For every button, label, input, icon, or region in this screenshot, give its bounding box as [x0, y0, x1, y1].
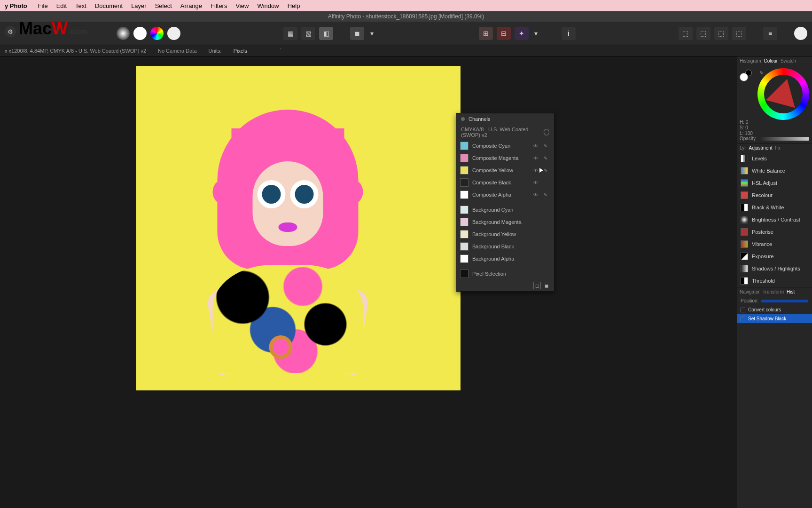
persona-liquify-icon[interactable] — [133, 27, 147, 40]
snapping-dropdown-icon[interactable]: ▾ — [532, 27, 540, 40]
menu-select[interactable]: Select — [155, 2, 172, 9]
adjustment-item[interactable]: Vibrance — [737, 238, 812, 250]
tab-transform[interactable]: Transform — [763, 289, 784, 294]
info-icon[interactable]: i — [562, 27, 576, 40]
adjustment-item[interactable]: HSL Adjust — [737, 177, 812, 189]
adjustment-item[interactable]: Levels — [737, 152, 812, 165]
invert-button[interactable]: ◼ — [543, 282, 550, 289]
adjustment-label: Black & White — [752, 205, 784, 210]
channel-swatch-icon — [460, 190, 468, 199]
tab-colour[interactable]: Colour — [764, 58, 778, 64]
persona-export-icon[interactable] — [167, 27, 180, 40]
assistant-icon[interactable] — [794, 27, 807, 40]
selection-mode-3-icon[interactable]: ◧ — [319, 27, 333, 40]
tab-history[interactable]: Hist — [787, 289, 795, 294]
visibility-icon[interactable]: 👁 — [533, 143, 540, 149]
adjustment-item[interactable]: Black & White — [737, 201, 812, 214]
snapping-2-icon[interactable]: ⊟ — [497, 27, 511, 40]
menu-document[interactable]: Document — [95, 2, 123, 9]
arrange-3-icon[interactable]: ⬚ — [714, 27, 728, 40]
channel-swatch-icon — [460, 218, 468, 226]
arrange-1-icon[interactable]: ⬚ — [679, 27, 693, 40]
eyedropper-icon[interactable]: ✎ — [759, 70, 764, 76]
menu-help[interactable]: Help — [288, 2, 300, 9]
adjustment-item[interactable]: Exposure — [737, 250, 812, 262]
editable-icon[interactable]: ✎ — [544, 143, 550, 149]
adjustment-icon — [741, 277, 748, 285]
channel-row[interactable]: Composite Magenta👁✎ — [456, 152, 554, 164]
adjustment-item[interactable]: White Balance — [737, 165, 812, 177]
tab-navigator[interactable]: Navigator — [740, 289, 760, 294]
channel-label: Composite Cyan — [472, 143, 530, 149]
channel-label: Background Magenta — [472, 219, 550, 225]
snapping-1-icon[interactable]: ⊞ — [479, 27, 493, 40]
adjustment-item[interactable]: Brightness / Contrast — [737, 214, 812, 226]
channel-row[interactable]: Composite Black👁 — [456, 176, 554, 189]
selection-mode-2-icon[interactable]: ▧ — [301, 27, 315, 40]
channel-row[interactable]: Background Alpha — [456, 253, 554, 265]
menu-file[interactable]: File — [38, 2, 48, 9]
document-canvas[interactable] — [136, 66, 461, 390]
channels-list: Composite Cyan👁✎Composite Magenta👁✎Compo… — [456, 140, 554, 291]
channel-row[interactable]: Background Cyan — [456, 204, 554, 216]
arrange-2-icon[interactable]: ⬚ — [696, 27, 710, 40]
visibility-icon[interactable]: 👁 — [533, 180, 540, 185]
opacity-slider[interactable] — [758, 137, 809, 141]
tab-histogram[interactable]: Histogram — [740, 58, 761, 64]
history-item[interactable]: Set Shadow Black — [737, 314, 812, 323]
menu-view[interactable]: View — [235, 2, 249, 9]
adjustment-icon — [741, 167, 748, 175]
menu-filters[interactable]: Filters — [211, 2, 227, 9]
align-icon[interactable]: ≡ — [763, 27, 777, 40]
tab-effects[interactable]: Fx — [775, 145, 781, 151]
editable-icon[interactable]: ✎ — [544, 192, 550, 198]
channel-label: Background Cyan — [472, 207, 550, 213]
pixel-selection-row[interactable]: Pixel Selection — [456, 268, 554, 280]
menu-window[interactable]: Window — [257, 2, 279, 9]
panel-menu-icon[interactable] — [461, 117, 465, 121]
adjustment-item[interactable]: Recolour — [737, 189, 812, 201]
units-value[interactable]: Pixels — [234, 48, 247, 54]
colour-tabs: Histogram Colour Swatch — [737, 56, 812, 65]
visibility-icon[interactable]: 👁 — [533, 168, 540, 173]
menu-layer[interactable]: Layer — [131, 2, 147, 9]
foreground-background-swatch[interactable] — [740, 68, 754, 82]
canvas-viewport[interactable] — [0, 56, 737, 508]
menu-text[interactable]: Text — [75, 2, 86, 9]
quick-mask-button[interactable]: ◻ — [533, 282, 541, 289]
arrange-4-icon[interactable]: ⬚ — [732, 27, 746, 40]
channel-row[interactable]: Composite Cyan👁✎ — [456, 140, 554, 152]
dropdown-icon[interactable]: ▾ — [368, 27, 375, 40]
channel-row[interactable]: Background Yellow — [456, 228, 554, 240]
selection-mode-1-icon[interactable]: ▦ — [283, 27, 297, 40]
channels-panel[interactable]: Channels CMYKA/8 - U.S. Web Coated (SWOP… — [456, 113, 554, 292]
visibility-icon[interactable]: 👁 — [533, 192, 540, 198]
visibility-icon[interactable]: 👁 — [533, 156, 540, 161]
menu-edit[interactable]: Edit — [56, 2, 67, 9]
history-item[interactable]: Convert colours — [737, 305, 812, 314]
adjustment-icon — [741, 216, 748, 223]
gear-icon[interactable]: ⚙ — [5, 26, 16, 37]
opacity-label: Opacity — [740, 136, 756, 141]
channel-row[interactable]: Background Magenta — [456, 216, 554, 228]
persona-photo-icon[interactable] — [117, 27, 130, 40]
history-slider[interactable] — [761, 300, 808, 302]
editable-icon[interactable]: ✎ — [544, 156, 550, 161]
snapping-3-icon[interactable]: ✦ — [515, 27, 529, 40]
adjustment-item[interactable]: Posterise — [737, 226, 812, 238]
history-checkbox-icon — [741, 317, 745, 321]
channel-label: Composite Black — [472, 180, 530, 185]
persona-develop-icon[interactable] — [150, 27, 164, 40]
menu-arrange[interactable]: Arrange — [180, 2, 202, 9]
units-dropdown-icon[interactable]: ⋮ — [278, 48, 283, 54]
refresh-icon[interactable] — [544, 129, 549, 135]
channel-row[interactable]: Composite Alpha👁✎ — [456, 189, 554, 201]
adjustment-item[interactable]: Threshold — [737, 275, 812, 287]
tab-swatches[interactable]: Swatch — [781, 58, 796, 64]
quick-mask-icon[interactable]: ◼ — [350, 27, 364, 40]
tab-layers[interactable]: Lyr — [740, 145, 746, 151]
adjustment-item[interactable]: Shadows / Highlights — [737, 262, 812, 275]
channel-row[interactable]: Background Black — [456, 240, 554, 253]
tab-adjustment[interactable]: Adjustment — [749, 145, 773, 151]
channel-label: Background Yellow — [472, 231, 550, 237]
